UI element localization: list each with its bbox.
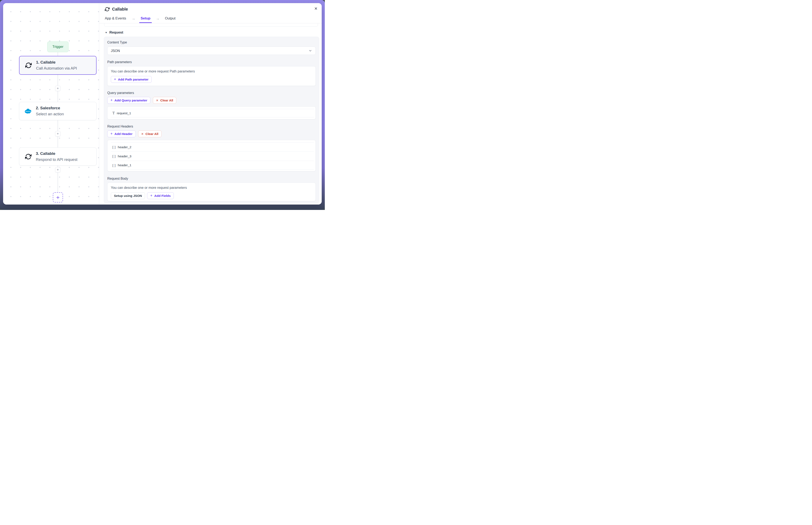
content-type-label: Content Type: [107, 41, 127, 44]
arrow-right-icon: →: [156, 16, 160, 21]
node-subtitle: Respond to API request: [36, 158, 77, 162]
request-section-card: Content Type JSON Path parameters You ca…: [104, 36, 319, 203]
workflow-canvas[interactable]: Trigger 1. Callable Call Automation via …: [3, 3, 99, 205]
query-parameter-name: request_1: [117, 111, 131, 115]
plus-icon: +: [114, 77, 116, 81]
request-body-description: You can describe one or more request par…: [111, 186, 312, 190]
add-step-button-3[interactable]: +: [55, 167, 60, 172]
add-query-parameter-button[interactable]: + Add Query parameter: [107, 97, 150, 104]
step-config-panel: Callable ✕ App & Events → Setup → Output…: [99, 3, 322, 205]
request-section-title: Request: [109, 30, 123, 34]
request-headers-list: [ ] header_2 [ ] header_3 [ ] header_1: [107, 140, 316, 171]
array-type-icon: [ ]: [113, 164, 116, 167]
node-2-salesforce[interactable]: salesforce 2. Salesforce Select an actio…: [19, 102, 97, 120]
clear-x-icon: ✕: [141, 132, 144, 136]
add-step-button-2[interactable]: +: [55, 131, 60, 136]
content-type-select[interactable]: JSON: [107, 47, 316, 55]
plus-icon: +: [57, 86, 59, 90]
salesforce-logo-text: salesforce: [25, 111, 31, 112]
button-label: Setup using JSON: [114, 194, 142, 198]
path-parameters-box: You can describe one or more request Pat…: [107, 66, 316, 86]
node-1-callable[interactable]: 1. Callable Call Automation via API: [19, 56, 97, 75]
header-name: header_2: [118, 145, 132, 149]
panel-scroll-area[interactable]: ▼ Request Content Type JSON Path paramet…: [99, 24, 322, 205]
request-body-box: You can describe one or more request par…: [107, 183, 316, 201]
query-parameters-list: T request_1: [107, 106, 316, 119]
sync-icon: [24, 153, 32, 160]
header-row[interactable]: [ ] header_3: [111, 152, 314, 161]
header-row[interactable]: [ ] header_1: [111, 161, 314, 170]
add-header-button[interactable]: + Add Header: [107, 131, 136, 137]
header-name: header_1: [118, 163, 132, 167]
plus-icon: +: [150, 194, 152, 198]
query-parameters-label: Query parameters: [107, 91, 134, 95]
tab-setup[interactable]: Setup: [141, 16, 150, 20]
add-fields-button[interactable]: + Add Fields: [147, 192, 174, 199]
clear-all-query-button[interactable]: ✕ Clear All: [153, 97, 176, 104]
add-step-button-1[interactable]: +: [55, 86, 60, 91]
add-path-parameter-button[interactable]: + Add Path parameter: [111, 76, 152, 83]
button-label: Clear All: [160, 99, 173, 102]
clear-all-headers-button[interactable]: ✕ Clear All: [138, 131, 162, 137]
request-body-label: Request Body: [107, 177, 128, 181]
request-section-toggle[interactable]: ▼ Request: [105, 30, 123, 34]
caret-down-icon: ▼: [105, 31, 107, 34]
tab-output[interactable]: Output: [165, 16, 175, 20]
panel-title: Callable: [112, 7, 128, 12]
trigger-label: Trigger: [53, 45, 63, 49]
add-final-step-button[interactable]: +: [53, 192, 63, 202]
request-headers-label: Request Headers: [107, 125, 133, 128]
query-parameters-actions: + Add Query parameter ✕ Clear All: [107, 97, 176, 104]
sync-icon: [25, 62, 32, 69]
screen: Trigger 1. Callable Call Automation via …: [0, 0, 325, 210]
node-title: 1. Callable: [36, 60, 77, 64]
query-parameter-row[interactable]: T request_1: [111, 109, 314, 117]
node-title: 2. Salesforce: [36, 106, 64, 110]
scrolled-field-partial: [104, 24, 318, 27]
plus-icon: +: [57, 168, 59, 172]
plus-icon: +: [56, 194, 59, 201]
node-3-callable[interactable]: 3. Callable Respond to API request: [19, 147, 97, 166]
header-row[interactable]: [ ] header_2: [111, 142, 314, 152]
button-label: Add Fields: [154, 194, 171, 198]
salesforce-icon: salesforce: [24, 108, 32, 114]
node-subtitle: Call Automation via API: [36, 66, 77, 71]
close-icon[interactable]: ✕: [314, 6, 318, 11]
button-label: Add Path parameter: [118, 78, 149, 81]
tab-app-events[interactable]: App & Events: [105, 16, 126, 20]
array-type-icon: [ ]: [113, 145, 116, 149]
plus-icon: +: [57, 132, 59, 136]
setup-using-json-button[interactable]: Setup using JSON: [111, 192, 145, 199]
node-subtitle: Select an action: [36, 112, 64, 116]
panel-header: Callable ✕ App & Events → Setup → Output: [99, 3, 322, 24]
clear-x-icon: ✕: [156, 99, 159, 102]
plus-icon: +: [110, 98, 113, 103]
request-headers-actions: + Add Header ✕ Clear All: [107, 131, 162, 137]
plus-icon: +: [110, 132, 113, 136]
chevron-down-icon: [308, 49, 312, 52]
step-tabs: App & Events → Setup → Output: [105, 16, 322, 21]
array-type-icon: [ ]: [113, 154, 116, 158]
button-label: Clear All: [145, 132, 158, 136]
trigger-node[interactable]: Trigger: [47, 41, 69, 52]
path-parameters-label: Path parameters: [107, 60, 132, 64]
sync-icon: [105, 7, 109, 12]
node-title: 3. Callable: [36, 151, 77, 156]
path-parameters-description: You can describe one or more request Pat…: [111, 69, 312, 73]
button-label: Add Header: [115, 132, 133, 136]
button-label: Add Query parameter: [115, 99, 147, 102]
app-window: Trigger 1. Callable Call Automation via …: [3, 3, 322, 205]
arrow-right-icon: →: [132, 16, 135, 21]
text-type-icon: T: [113, 111, 115, 115]
header-name: header_3: [118, 154, 132, 158]
content-type-value: JSON: [111, 49, 120, 53]
